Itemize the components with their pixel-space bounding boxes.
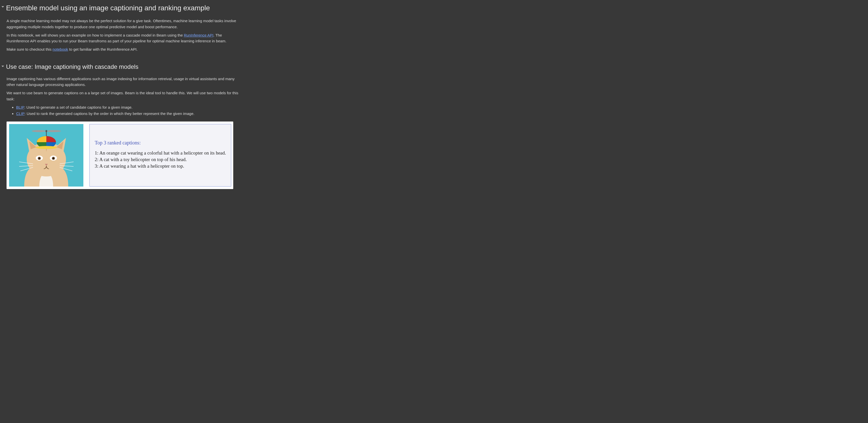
svg-point-7	[53, 158, 54, 159]
text: : Used to rank the generated captions by…	[25, 111, 194, 116]
text: to get familiar with the RunInference AP…	[68, 47, 137, 51]
svg-point-6	[39, 158, 40, 159]
collapse-toggle-icon[interactable]	[1, 64, 5, 68]
list-item: CLIP: Used to rank the generated caption…	[16, 111, 241, 116]
section-2-body: Image captioning has various different a…	[0, 76, 247, 191]
blip-link[interactable]: BLIP	[16, 105, 25, 109]
section-2-header: Use case: Image captioning with cascade …	[0, 62, 252, 71]
caption-3: 3: A cat wearing a hat with a helicopter…	[95, 163, 226, 169]
paragraph: Image captioning has various different a…	[6, 76, 241, 88]
text: Make sure to checkout this	[6, 47, 53, 51]
paragraph: We want to use beam to generate captions…	[6, 90, 241, 102]
section-1-title: Ensemble model using an image captioning…	[6, 2, 210, 13]
captions-panel: Top 3 ranked captions: 1: An orange cat …	[89, 124, 231, 187]
section-1-body: A single machine learning model may not …	[0, 18, 247, 56]
section-1-header: Ensemble model using an image captioning…	[0, 2, 252, 13]
paragraph: In this notebook, we will shows you an e…	[6, 32, 241, 44]
notebook-content: Ensemble model using an image captioning…	[0, 0, 252, 198]
section-2-title: Use case: Image captioning with cascade …	[6, 62, 138, 71]
clip-link[interactable]: CLIP	[16, 111, 25, 116]
list-item: BLIP: Used to generate a set of candidat…	[16, 104, 241, 110]
captions-list: 1: An orange cat wearing a colorful hat …	[95, 150, 226, 169]
svg-point-18	[32, 130, 46, 132]
captions-title: Top 3 ranked captions:	[95, 139, 226, 147]
paragraph: A single machine learning model may not …	[6, 18, 241, 30]
runinference-api-link[interactable]: RunInference API	[184, 33, 214, 37]
notebook-link[interactable]: notebook	[53, 47, 68, 51]
paragraph: Make sure to checkout this notebook to g…	[6, 47, 241, 52]
caption-1: 1: An orange cat wearing a colorful hat …	[95, 150, 226, 156]
collapse-toggle-icon[interactable]	[1, 5, 5, 9]
svg-point-19	[47, 130, 61, 132]
cat-image	[9, 124, 83, 187]
caption-2: 2: A cat with a toy helicopter on top of…	[95, 156, 226, 163]
model-list: BLIP: Used to generate a set of candidat…	[6, 104, 241, 117]
svg-point-15	[36, 146, 57, 149]
text: : Used to generate a set of candidate ca…	[25, 105, 132, 109]
example-figure: Top 3 ranked captions: 1: An orange cat …	[6, 121, 233, 189]
text: In this notebook, we will shows you an e…	[6, 33, 184, 37]
